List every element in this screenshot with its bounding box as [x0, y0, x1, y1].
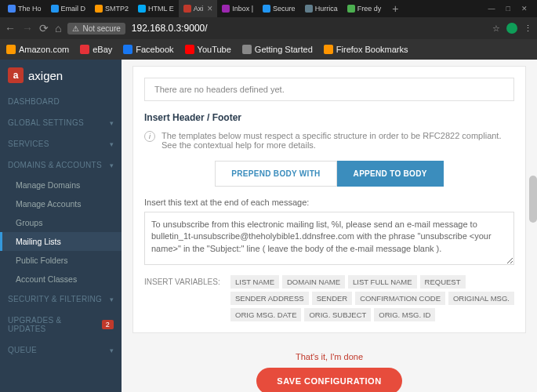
bookmark-star-icon[interactable]: ☆	[492, 24, 500, 34]
reload-button[interactable]: ⟳	[39, 22, 49, 34]
bookmark-item[interactable]: Firefox Bookmarks	[324, 45, 408, 54]
textarea-label: Insert this text at the end of each mess…	[144, 198, 514, 207]
no-headers-note: There are no headers defined yet.	[144, 78, 514, 101]
logo-text: axigen	[28, 69, 63, 82]
variable-pill[interactable]: ORIG MSG. DATE	[230, 308, 301, 321]
tab-label: Inbox |	[232, 5, 253, 13]
bookmark-label: Getting Started	[255, 45, 313, 54]
bookmark-item[interactable]: Amazon.com	[6, 45, 69, 54]
variable-pill[interactable]: REQUEST	[420, 275, 466, 289]
footer-textarea[interactable]	[144, 212, 514, 265]
window-minimize[interactable]: —	[488, 5, 495, 13]
variable-pill[interactable]: DOMAIN NAME	[282, 275, 345, 289]
close-icon[interactable]: ×	[207, 3, 212, 14]
variable-pill[interactable]: ORIG. MSG. ID	[374, 308, 435, 321]
sidebar-section-queue[interactable]: QUEUE▾	[0, 339, 122, 361]
body-position-tabs: PREPEND BODY WITH APPEND TO BODY	[144, 161, 514, 187]
tab-label: Secure	[273, 5, 296, 13]
browser-tab[interactable]: Secure	[258, 0, 300, 17]
sidebar-section-services[interactable]: SERVICES▾	[0, 133, 122, 154]
save-configuration-button[interactable]: SAVE CONFIGURATION	[256, 368, 401, 392]
done-link[interactable]: That's it, I'm done	[122, 352, 537, 361]
scrollbar-thumb[interactable]	[529, 176, 537, 223]
browser-tab[interactable]: Hurrica	[300, 0, 343, 17]
chevron-down-icon: ▾	[110, 119, 114, 127]
bookmark-label: YouTube	[198, 45, 231, 54]
tab-favicon	[347, 5, 355, 13]
logo[interactable]: a axigen	[0, 60, 122, 91]
bookmark-label: Amazon.com	[19, 45, 69, 54]
url-text[interactable]: 192.168.0.3:9000/	[132, 23, 208, 34]
logo-mark: a	[8, 67, 24, 83]
variable-pill[interactable]: SENDER ADDRESS	[230, 292, 309, 305]
tab-favicon	[222, 5, 230, 13]
tab-append-body[interactable]: APPEND TO BODY	[337, 161, 444, 187]
browser-menu-icon[interactable]: ⋮	[524, 24, 532, 34]
browser-tab[interactable]: SMTP2	[90, 0, 133, 17]
variable-pill[interactable]: LIST FULL NAME	[348, 275, 417, 289]
sidebar-section-domains-accounts[interactable]: DOMAINS & ACCOUNTS▾	[0, 154, 122, 176]
extension-shield-icon[interactable]	[506, 23, 517, 34]
sidebar-item-mailing-lists[interactable]: Mailing Lists	[0, 232, 122, 251]
bookmark-favicon	[123, 45, 132, 54]
tab-favicon	[51, 5, 59, 13]
tab-label: HTML E	[148, 5, 174, 13]
tab-label: The Ho	[18, 5, 42, 13]
variable-pill[interactable]: SENDER	[312, 292, 353, 305]
sidebar-item-manage-accounts[interactable]: Manage Accounts	[0, 194, 122, 213]
section-label: SECURITY & FILTERING	[8, 295, 102, 303]
new-tab-button[interactable]: +	[386, 2, 405, 15]
content-area: There are no headers defined yet. Insert…	[122, 60, 537, 392]
tab-favicon	[263, 5, 270, 13]
browser-tab[interactable]: Email D	[46, 0, 91, 17]
forward-button[interactable]: →	[22, 22, 33, 34]
bookmark-item[interactable]: Facebook	[123, 45, 173, 54]
sidebar-section-dashboard[interactable]: DASHBOARD	[0, 91, 122, 112]
bookmarks-bar: Amazon.comeBayFacebookYouTubeGetting Sta…	[0, 39, 537, 60]
chevron-down-icon: ▾	[110, 296, 114, 303]
bookmark-item[interactable]: YouTube	[185, 45, 231, 54]
tab-favicon	[138, 5, 146, 13]
sidebar-section-security-filtering[interactable]: SECURITY & FILTERING▾	[0, 289, 122, 310]
bookmark-label: eBay	[93, 45, 112, 54]
sidebar-item-manage-domains[interactable]: Manage Domains	[0, 176, 122, 194]
tab-favicon	[183, 5, 191, 13]
bookmark-item[interactable]: Getting Started	[242, 45, 313, 54]
variable-pill[interactable]: CONFIRMATION CODE	[355, 292, 445, 305]
tab-label: Axi	[194, 5, 204, 13]
sidebar-item-public-folders[interactable]: Public Folders	[0, 251, 122, 270]
bookmark-favicon	[242, 45, 252, 54]
update-badge: 2	[102, 320, 114, 329]
sidebar: a axigen DASHBOARDGLOBAL SETTINGS▾SERVIC…	[0, 60, 122, 392]
variable-pill[interactable]: ORIG. SUBJECT	[304, 308, 371, 321]
info-text: The templates below must respect a speci…	[161, 131, 514, 150]
footer: That's it, I'm done SAVE CONFIGURATION	[122, 344, 537, 392]
bookmark-favicon	[324, 45, 333, 54]
bookmark-label: Firefox Bookmarks	[336, 45, 408, 54]
window-close[interactable]: ✕	[521, 5, 528, 13]
home-button[interactable]: ⌂	[55, 22, 61, 34]
variable-pill[interactable]: ORIGINAL MSG.	[448, 292, 514, 305]
browser-tab[interactable]: Inbox |	[217, 0, 258, 17]
back-button[interactable]: ←	[5, 22, 16, 34]
browser-tab[interactable]: The Ho	[3, 0, 46, 17]
sidebar-section-global-settings[interactable]: GLOBAL SETTINGS▾	[0, 112, 122, 133]
sidebar-item-groups[interactable]: Groups	[0, 213, 122, 232]
tab-favicon	[305, 5, 313, 13]
sidebar-item-account-classes[interactable]: Account Classes	[0, 270, 122, 289]
security-badge[interactable]: ⚠ Not secure	[67, 23, 125, 34]
browser-tab[interactable]: HTML E	[133, 0, 179, 17]
tab-label: Hurrica	[315, 5, 338, 13]
chevron-down-icon: ▾	[110, 347, 114, 354]
sidebar-section-upgrades-updates[interactable]: UPGRADES & UPDATES2	[0, 310, 122, 339]
section-label: DOMAINS & ACCOUNTS	[8, 161, 102, 169]
window-maximize[interactable]: □	[506, 5, 510, 13]
browser-tab[interactable]: Free dy	[343, 0, 386, 17]
bookmark-item[interactable]: eBay	[80, 45, 112, 54]
tab-favicon	[95, 5, 103, 13]
tab-label: Free dy	[357, 5, 382, 13]
variable-pill[interactable]: LIST NAME	[230, 275, 279, 289]
tab-label: SMTP2	[105, 5, 129, 13]
tab-prepend-body[interactable]: PREPEND BODY WITH	[215, 161, 336, 187]
browser-tab[interactable]: Axi×	[179, 0, 218, 17]
